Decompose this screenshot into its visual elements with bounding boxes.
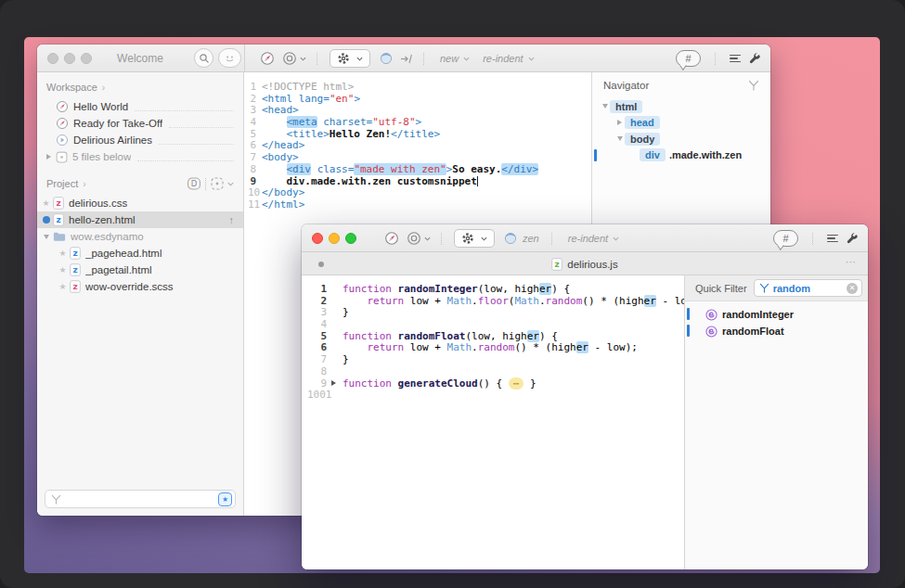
zen-label: zen [523,233,539,244]
feedback-button[interactable] [218,48,241,68]
code-token: So easy. [452,163,501,175]
wrench-icon[interactable] [846,232,859,245]
chevron-down-icon[interactable] [227,182,234,186]
code-token [343,341,368,353]
tag-pill[interactable]: div [640,148,666,161]
close-button[interactable] [312,233,323,244]
tab-behavior-icon[interactable] [400,54,413,64]
code-token: </html> [262,198,304,211]
disclosure-down-icon[interactable] [602,104,608,109]
clear-filter-icon[interactable]: ✕ [847,283,858,294]
project-item[interactable]: ★z_pagehead.html [37,245,243,262]
disclosure-down-icon[interactable] [44,235,49,239]
snippet-hash-button[interactable]: # [676,50,701,67]
dotted-leader [137,160,234,161]
workspace-item[interactable]: Delirious Airlines [37,132,243,148]
up-arrow-icon[interactable]: ↑ [229,214,235,225]
marker-cell: ★ [56,249,70,258]
close-button[interactable] [47,53,58,64]
tag-pill[interactable]: body [625,133,660,146]
project-item[interactable]: ★z_pagetail.html [37,262,243,278]
browse-button[interactable] [384,231,399,246]
quick-filter-input[interactable]: random ✕ [754,279,862,297]
code-token: } [343,306,349,318]
search-button[interactable] [194,48,213,68]
actions-gear-button[interactable] [454,229,495,248]
disclosure-right-icon[interactable] [46,154,51,160]
tag-pill[interactable]: head [625,116,660,129]
favorite-star-icon[interactable]: ★ [58,283,66,291]
gear-icon [337,52,350,65]
workspace-item[interactable]: 5 files below [37,148,243,165]
code-token: . [539,295,546,307]
code-token [262,163,287,175]
wrench-icon[interactable] [748,52,761,65]
code-token [262,128,287,140]
search-icon [199,53,210,64]
code-token: Math [447,341,472,353]
actions-gear-button[interactable] [330,49,370,68]
code-token: } [343,353,349,365]
sidebar-filter-field[interactable]: ★ [45,490,236,508]
workspace-section-header[interactable]: Workspace › [37,76,243,98]
target-icon [407,231,421,246]
minimize-button[interactable] [329,233,340,244]
syntax-globe-button[interactable] [380,52,393,65]
code-token [392,377,398,390]
file-icon: z [70,263,81,276]
workspace-item[interactable]: Hello World [37,98,243,115]
funnel-icon[interactable] [748,80,759,91]
disclosure-right-icon[interactable] [617,120,622,125]
code-token: function [343,330,392,342]
globe-icon [504,232,517,245]
line-number: 4 [248,117,262,129]
navigator-header-label: Navigator [603,80,649,91]
tag-pill[interactable]: html [610,100,642,113]
project-section-header[interactable]: Project › D [37,173,243,195]
arrow-slash-icon [400,54,413,64]
navigator-item[interactable]: html [592,98,770,115]
svg-text:z: z [555,260,560,269]
reindent-menu-button[interactable]: re-indent [562,233,619,244]
text-lines-icon[interactable] [827,235,838,243]
scope-icon[interactable] [210,176,225,191]
project-item[interactable]: ★zwow-override.scss [37,278,243,295]
workspace-item[interactable]: Ready for Take-Off [37,115,243,132]
line-number: 10 [248,187,262,199]
text-lines-icon[interactable] [730,55,741,63]
navigator-item[interactable]: head [592,115,770,132]
project-item[interactable]: wow.esdynamo [37,228,243,245]
browse-button[interactable] [260,51,275,66]
quick-filter-query: random [773,283,843,294]
project-item[interactable]: ★zdelirious.css [37,195,243,211]
tab-overflow-button[interactable]: ⋯ [846,256,857,268]
favorite-star-icon[interactable]: ★ [42,199,49,208]
favorite-star-icon[interactable]: ★ [58,249,66,258]
quick-filter-panel: Quick Filter random ✕ randomIntegerrando… [684,275,868,569]
marker-cell [39,216,53,224]
reindent-menu-button[interactable]: re-indent [477,53,534,64]
syntax-zen-button[interactable]: zen [504,232,541,245]
zoom-button[interactable] [345,233,356,244]
workspace-header-label: Workspace [46,82,97,93]
file-icon: z [70,247,81,260]
favorite-star-icon[interactable]: ★ [58,266,66,275]
target-button[interactable] [282,51,306,66]
publish-icon[interactable]: D [187,176,201,191]
js-code-editor[interactable]: 1function randomInteger(low, higher) {2 … [302,275,684,569]
project-item[interactable]: zhello-zen.html↑ [37,211,243,228]
navigator-item[interactable]: body [592,131,770,147]
fold-disclosure-icon[interactable] [331,380,336,386]
code-line: 6 return low + Math.random() * (higher -… [302,342,684,354]
navigator-item[interactable]: div.made.with.zen [592,147,770,164]
spiral-icon [705,309,718,321]
target-button[interactable] [407,231,431,246]
snippet-hash-button[interactable]: # [773,230,798,247]
disclosure-down-icon[interactable] [617,136,623,141]
tab-delirious-js[interactable]: z delirious.js [302,252,868,275]
symbol-result-item[interactable]: randomInteger [685,306,868,323]
favorites-filter-toggle[interactable]: ★ [218,492,232,506]
new-menu-button[interactable]: new [434,53,470,64]
symbol-result-item[interactable]: randomFloat [685,323,868,339]
code-token: <meta [287,116,317,128]
